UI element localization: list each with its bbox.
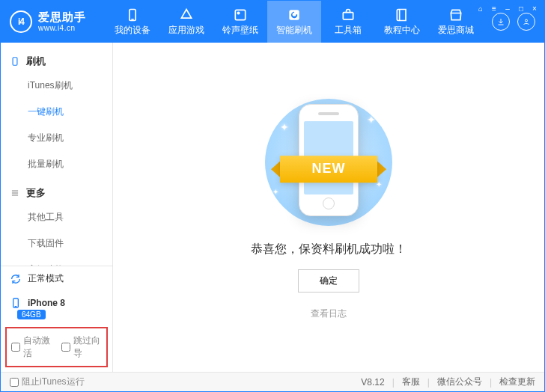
win-min-icon[interactable]: –	[502, 4, 513, 13]
sidebar-group-label: 更多	[26, 186, 46, 200]
view-log-link[interactable]: 查看日志	[311, 307, 347, 320]
svg-rect-8	[13, 58, 17, 66]
win-close-icon[interactable]: ×	[529, 4, 540, 13]
brand-title: 爱思助手	[38, 11, 86, 24]
refresh-icon	[10, 273, 22, 285]
check-auto-activate[interactable]: 自动激活	[11, 334, 52, 360]
sidebar-item-onekey-flash[interactable]: 一键刷机	[1, 99, 112, 125]
tab-devices[interactable]: 我的设备	[106, 1, 159, 43]
sidebar-item-advanced[interactable]: 高级功能	[1, 257, 112, 266]
mode-label: 正常模式	[28, 272, 64, 285]
support-link[interactable]: 客服	[402, 376, 420, 388]
device-phone-icon	[10, 297, 22, 309]
svg-rect-5	[343, 12, 353, 19]
tab-label: 应用游戏	[168, 24, 204, 37]
sidebar-scroll: 刷机 iTunes刷机 一键刷机 专业刷机 批量刷机 更多 其他工具 下载固件 …	[1, 43, 112, 266]
body: 刷机 iTunes刷机 一键刷机 专业刷机 批量刷机 更多 其他工具 下载固件 …	[1, 43, 544, 372]
phone-icon	[10, 56, 20, 67]
check-block-itunes[interactable]: 阻止iTunes运行	[10, 376, 85, 388]
app-window: ⌂ ≡ – □ × i4 爱思助手 www.i4.cn 我的设备 应用游戏	[0, 0, 545, 392]
tab-ringtone[interactable]: 铃声壁纸	[213, 1, 267, 43]
new-ribbon: NEW	[272, 150, 385, 192]
svg-point-7	[526, 19, 528, 22]
tab-label: 铃声壁纸	[222, 24, 258, 37]
sidebar-item-pro-flash[interactable]: 专业刷机	[1, 125, 112, 151]
sidebar-bottom: 正常模式 iPhone 8 64GB 自动激活 跳过向导	[1, 266, 112, 372]
win-menu-icon[interactable]: ≡	[489, 4, 499, 13]
tab-label: 我的设备	[115, 24, 150, 37]
check-skip-guide[interactable]: 跳过向导	[61, 334, 103, 360]
brand: i4 爱思助手 www.i4.cn	[1, 10, 106, 33]
apps-icon	[179, 7, 194, 22]
svg-rect-2	[235, 10, 245, 19]
user-button[interactable]	[517, 13, 535, 31]
mode-row[interactable]: 正常模式	[1, 266, 112, 291]
mall-icon	[448, 7, 463, 22]
wallpaper-icon	[233, 7, 248, 22]
storage-badge: 64GB	[17, 310, 46, 319]
sidebar: 刷机 iTunes刷机 一键刷机 专业刷机 批量刷机 更多 其他工具 下载固件 …	[1, 43, 113, 372]
version-label: V8.12	[361, 377, 384, 388]
wechat-link[interactable]: 微信公众号	[437, 376, 482, 388]
brand-url: www.i4.cn	[38, 24, 86, 32]
tab-games[interactable]: 应用游戏	[159, 1, 213, 43]
tab-label: 工具箱	[335, 24, 362, 37]
toolbox-icon	[341, 7, 356, 22]
checkbox[interactable]	[61, 343, 70, 352]
separator: |	[427, 377, 430, 388]
status-bar: 阻止iTunes运行 V8.12 | 客服 | 微信公众号 | 检查更新	[1, 372, 544, 391]
brand-text: 爱思助手 www.i4.cn	[38, 11, 86, 32]
tab-label: 教程中心	[384, 24, 420, 37]
header-actions	[492, 13, 544, 31]
window-controls: ⌂ ≡ – □ ×	[475, 4, 540, 13]
tab-toolbox[interactable]: 工具箱	[321, 1, 375, 43]
more-icon	[10, 188, 20, 198]
checkbox[interactable]	[11, 343, 20, 352]
header: ⌂ ≡ – □ × i4 爱思助手 www.i4.cn 我的设备 应用游戏	[1, 1, 544, 43]
win-cart-icon[interactable]: ⌂	[475, 4, 486, 13]
user-icon	[522, 17, 531, 26]
checkbox[interactable]	[10, 378, 19, 387]
ok-button[interactable]: 确定	[298, 269, 359, 293]
sidebar-checks-highlight: 自动激活 跳过向导	[5, 327, 108, 367]
book-icon	[395, 7, 409, 22]
checkbox-label: 自动激活	[23, 334, 52, 360]
sidebar-group-flash: 刷机	[1, 50, 112, 73]
device-name: iPhone 8	[28, 298, 65, 308]
sidebar-item-other-tools[interactable]: 其他工具	[1, 204, 112, 230]
svg-point-3	[237, 12, 240, 14]
checkbox-label: 跳过向导	[73, 334, 103, 360]
brand-logo-icon: i4	[10, 10, 32, 33]
sidebar-group-label: 刷机	[26, 55, 46, 68]
tab-tutorial[interactable]: 教程中心	[375, 1, 429, 43]
checkbox-label: 阻止iTunes运行	[22, 376, 85, 388]
flash-icon	[287, 7, 302, 22]
sidebar-item-batch-flash[interactable]: 批量刷机	[1, 151, 112, 177]
success-message: 恭喜您，保资料刷机成功啦！	[251, 242, 407, 257]
success-illustration: ✦ ✦ ✦ ✦ NEW	[246, 95, 411, 230]
separator: |	[490, 377, 492, 388]
sidebar-item-download-firmware[interactable]: 下载固件	[1, 230, 112, 257]
tab-label: 智能刷机	[276, 24, 312, 37]
check-update-link[interactable]: 检查更新	[499, 376, 535, 388]
sidebar-item-itunes-flash[interactable]: iTunes刷机	[1, 73, 112, 99]
tab-flash[interactable]: 智能刷机	[267, 1, 321, 43]
device-icon	[125, 7, 140, 22]
ribbon-text: NEW	[280, 156, 377, 183]
device-row[interactable]: iPhone 8	[1, 291, 112, 309]
separator: |	[392, 377, 395, 388]
content: ✦ ✦ ✦ ✦ NEW 恭喜您，保资料刷机成功啦！ 确定 查看日志	[113, 43, 544, 372]
download-button[interactable]	[492, 13, 510, 31]
download-icon	[496, 17, 505, 26]
header-tabs: 我的设备 应用游戏 铃声壁纸 智能刷机 工具箱 教程中心	[106, 1, 483, 43]
tab-label: 爱思商城	[438, 24, 474, 37]
main: ✦ ✦ ✦ ✦ NEW 恭喜您，保资料刷机成功啦！ 确定 查看日志	[113, 43, 544, 372]
sidebar-group-more: 更多	[1, 182, 112, 204]
svg-rect-4	[289, 10, 299, 19]
win-max-icon[interactable]: □	[516, 4, 526, 13]
